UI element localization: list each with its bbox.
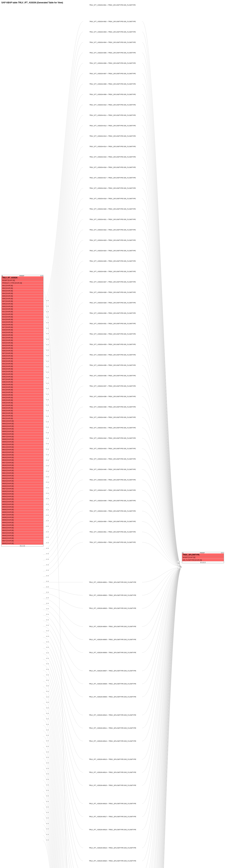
edge-label: TRLV_IFT_ASSGN-I040 = TRDC_DFLOWTYPE-DIS…: [89, 416, 136, 418]
cardinality-tag: 0..N: [46, 685, 49, 687]
edge-label: TRLV_IFT_ASSGN-I034 = TRDC_DFLOWTYPE-DIS…: [89, 354, 136, 356]
src-field-99: M046 [CHAR (8)]: [2, 537, 43, 539]
src-field-46: I045 [CHAR (8)]: [2, 399, 43, 402]
cardinality-tag: 0..N: [46, 591, 49, 593]
src-field-2: I001 [CHAR (8)]: [2, 284, 43, 287]
src-field-66: M013 [CHAR (8)]: [2, 451, 43, 454]
src-field-72: M019 [CHAR (8)]: [2, 467, 43, 469]
edge-label: TRLV_IFT_ASSGN-M019 = TRDC_DFLOWTYPE-DIS…: [88, 847, 137, 849]
src-field-61: M008 [CHAR (8)]: [2, 438, 43, 441]
edge-label: TRLV_IFT_ASSGN-I011 = TRDC_DFLOWTYPE-DIS…: [89, 114, 136, 116]
src-field-78: M025 [CHAR (8)]: [2, 482, 43, 485]
src-field-39: I038 [CHAR (8)]: [2, 381, 43, 383]
edge-label: TRLV_IFT_ASSGN-I020 = TRDC_DFLOWTYPE-DIS…: [89, 208, 136, 210]
cardinality-tag: 0..N: [46, 509, 49, 510]
cardinality-tag: 0..N: [46, 679, 49, 681]
src-field-10: I009 [CHAR (8)]: [2, 305, 43, 308]
cardinality-tag: 0..N: [46, 531, 49, 532]
src-field-74: M021 [CHAR (8)]: [2, 472, 43, 474]
edge-label: TRLV_IFT_ASSGN-I009 = TRDC_DFLOWTYPE-DIS…: [89, 93, 136, 95]
edge-label: TRLV_IFT_ASSGN-I029 = TRDC_DFLOWTYPE-DIS…: [89, 302, 136, 304]
cardinality-tag: 0..N: [46, 564, 49, 565]
cardinality-tag: 0..N: [46, 558, 49, 560]
src-field-7: I006 [CHAR (8)]: [2, 298, 43, 300]
src-field-16: I015 [CHAR (8)]: [2, 321, 43, 323]
src-field-95: M042 [CHAR (8)]: [2, 527, 43, 529]
src-field-22: I021 [CHAR (8)]: [2, 336, 43, 339]
cardinality-tag: 0..N: [46, 498, 49, 499]
src-field-19: I018 [CHAR (8)]: [2, 329, 43, 331]
cardinality-tag: 0..N: [46, 355, 49, 356]
src-field-58: M005 [CHAR (8)]: [2, 430, 43, 433]
cardinality-tag: 0..N: [46, 333, 49, 334]
cardinality-tag: 0..N: [46, 432, 49, 433]
src-field-17: I016 [CHAR (8)]: [2, 323, 43, 326]
src-field-93: M040 [CHAR (8)]: [2, 521, 43, 524]
cardinality-tag: 0..N: [46, 636, 49, 637]
src-field-63: M010 [CHAR (8)]: [2, 443, 43, 446]
src-field-41: I040 [CHAR (8)]: [2, 386, 43, 389]
cardinality-tag: 0..N: [46, 652, 49, 653]
edge-label: TRLV_IFT_ASSGN-M001 = TRDC_DFLOWTYPE-DIS…: [88, 581, 137, 583]
edge-label: TRLV_IFT_ASSGN-I015 = TRDC_DFLOWTYPE-DIS…: [89, 156, 136, 158]
edge-label: TRLV_IFT_ASSGN-I027 = TRDC_DFLOWTYPE-DIS…: [89, 281, 136, 283]
src-field-43: I042 [CHAR (8)]: [2, 391, 43, 394]
bottom-pager[interactable]: 0123: [2, 545, 43, 546]
page-title: SAP ABAP table TRLV_IFT_ASSGN (Generated…: [1, 1, 224, 4]
src-field-54: M001 [CHAR (8)]: [2, 420, 43, 422]
cardinality-tag: 0..N: [46, 834, 49, 835]
top-link[interactable]: E: [2, 275, 3, 276]
cardinality-tag: 0..N: [46, 751, 49, 752]
cardinality-tag: 0..N: [46, 344, 49, 345]
cardinality-tag: 0..N: [46, 789, 49, 791]
src-field-97: M044 [CHAR (8)]: [2, 532, 43, 534]
edge-label: TRLV_IFT_ASSGN-M009 = TRDC_DFLOWTYPE-DIS…: [88, 696, 137, 698]
source-table-title[interactable]: TRLV_IFT_ASSGN: [2, 276, 43, 279]
cardinality-tag: 0..N: [46, 801, 49, 802]
cardinality-tag: 0..N: [46, 410, 49, 411]
edge-label: TRLV_IFT_ASSGN-I008 = TRDC_DFLOWTYPE-DIS…: [89, 83, 136, 85]
cardinality-tag: 0..N: [46, 669, 49, 670]
cardinality-tag: 0..N: [46, 602, 49, 604]
src-field-70: M017 [CHAR (8)]: [2, 461, 43, 464]
top-link[interactable]: E: [182, 552, 184, 553]
cardinality-tag: 0..N: [46, 415, 49, 417]
edge-label: TRLV_IFT_ASSGN-I050 = TRDC_DFLOWTYPE-DIS…: [89, 521, 136, 523]
cardinality-tag: 0..N: [46, 586, 49, 587]
edge-label: TRLV_IFT_ASSGN-M011 = TRDC_DFLOWTYPE-DIS…: [88, 727, 137, 729]
edge-label: TRLV_IFT_ASSGN-I018 = TRDC_DFLOWTYPE-DIS…: [89, 187, 136, 189]
cardinality-tag: 0..N: [46, 619, 49, 620]
edge-label: TRLV_IFT_ASSGN-I014 = TRDC_DFLOWTYPE-DIS…: [89, 146, 136, 148]
src-field-35: I034 [CHAR (8)]: [2, 370, 43, 373]
edge-label: TRLV_IFT_ASSGN-I046 = TRDC_DFLOWTYPE-DIS…: [89, 479, 136, 481]
edge-label: TRLV_IFT_ASSGN-I024 = TRDC_DFLOWTYPE-DIS…: [89, 250, 136, 252]
src-field-55: M002 [CHAR (8)]: [2, 422, 43, 425]
edge-label: TRLV_IFT_ASSGN-I030 = TRDC_DFLOWTYPE-DIS…: [89, 312, 136, 314]
cardinality-tag: 0..N: [46, 536, 49, 538]
src-field-59: M006 [CHAR (8)]: [2, 433, 43, 435]
cardinality-tag: 0..N: [46, 740, 49, 742]
bottom-pager[interactable]: 0123: [182, 561, 224, 563]
src-field-44: I043 [CHAR (8)]: [2, 394, 43, 396]
cardinality-tag: 0..N: [46, 305, 49, 307]
src-field-4: I003 [CHAR (8)]: [2, 289, 43, 292]
cardinality-tag: 0..N: [46, 624, 49, 626]
cardinality-tag: 0..N: [46, 547, 49, 549]
cardinality-tag: 0..N: [46, 300, 49, 301]
edge-label: TRLV_IFT_ASSGN-I010 = TRDC_DFLOWTYPE-DIS…: [89, 104, 136, 106]
src-field-50: I049 [CHAR (8)]: [2, 409, 43, 412]
src-field-48: I047 [CHAR (8)]: [2, 404, 43, 407]
cardinality-tag: 0..N: [46, 696, 49, 698]
src-field-21: I020 [CHAR (8)]: [2, 334, 43, 336]
cardinality-tag: 0..N: [46, 349, 49, 351]
src-field-56: M003 [CHAR (8)]: [2, 425, 43, 428]
dst1-title[interactable]: TRDC_DFLOWTYPE: [182, 553, 224, 556]
cardinality-tag: 0..N: [46, 482, 49, 483]
cardinality-tag: 0..N: [46, 503, 49, 505]
edge-label: TRLV_IFT_ASSGN-I048 = TRDC_DFLOWTYPE-DIS…: [89, 500, 136, 502]
edge-label: TRLV_IFT_ASSGN-I025 = TRDC_DFLOWTYPE-DIS…: [89, 260, 136, 262]
dst-table-1-box: ETRANSP0..NTRDC_DFLOWTYPEMANDT [CLNT (3)…: [182, 552, 224, 563]
edge-label: TRLV_IFT_ASSGN-M015 = TRDC_DFLOWTYPE-DIS…: [88, 784, 137, 786]
cardinality-tag: 0..N: [46, 779, 49, 780]
edge-label: TRLV_IFT_ASSGN-I017 = TRDC_DFLOWTYPE-DIS…: [89, 177, 136, 179]
